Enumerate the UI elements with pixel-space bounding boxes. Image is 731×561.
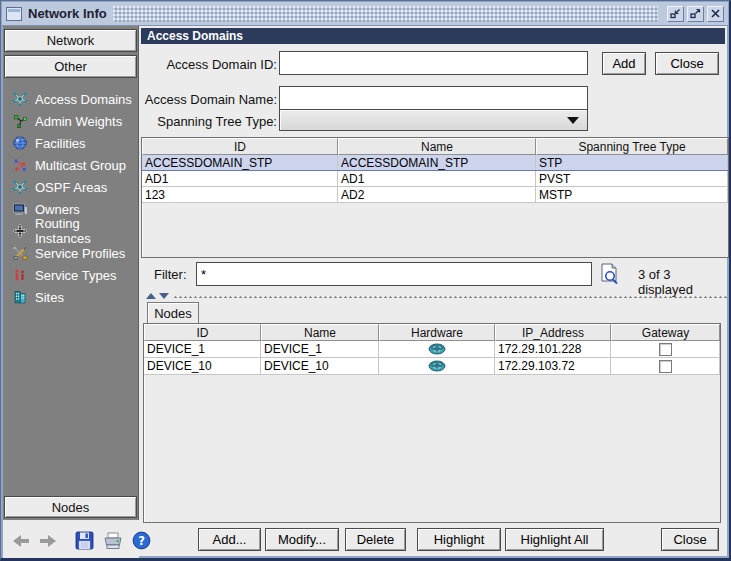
sidebar-item-label: Sites xyxy=(35,290,64,305)
monitor-icon xyxy=(12,201,28,217)
highlight-all-button[interactable]: Highlight All xyxy=(505,528,604,551)
column-header-name[interactable]: Name xyxy=(338,138,536,155)
access-domains-table: ID Name Spanning Tree Type ACCESSDOMAIN_… xyxy=(141,137,729,258)
maximize-button[interactable] xyxy=(687,6,704,22)
modify-button[interactable]: Modify... xyxy=(265,528,339,551)
sidebar-item-multicast-group[interactable]: Multicast Group xyxy=(3,154,138,176)
other-button-label: Other xyxy=(54,59,87,74)
cell-id: AD1 xyxy=(142,171,338,186)
sidebar-item-label: Service Types xyxy=(35,268,116,283)
collapse-up-icon[interactable] xyxy=(146,293,156,299)
collapse-down-icon[interactable] xyxy=(159,293,169,299)
split-pane-divider[interactable] xyxy=(140,292,727,300)
sidebar-item-sites[interactable]: Sites xyxy=(3,286,138,308)
add-button[interactable]: Add xyxy=(602,52,646,75)
titlebar-texture xyxy=(113,6,658,22)
sidebar-item-label: Owners xyxy=(35,202,80,217)
table-row[interactable]: DEVICE_1 DEVICE_1 172.29.101.228 xyxy=(144,341,720,358)
ospf-areas-icon xyxy=(12,179,28,195)
table-row[interactable]: DEVICE_10 DEVICE_10 172.29.103.72 xyxy=(144,358,720,375)
cell-id: ACCESSDOMAIN_STP xyxy=(142,155,338,170)
sidebar-item-label: OSPF Areas xyxy=(35,180,107,195)
filter-input[interactable] xyxy=(196,262,592,286)
forward-arrow-icon[interactable] xyxy=(39,531,57,551)
sidebar-item-label: Routing Instances xyxy=(35,216,138,246)
splitter-arrows[interactable] xyxy=(146,293,169,299)
access-domain-name-field[interactable] xyxy=(279,86,588,110)
column-header-id[interactable]: ID xyxy=(142,138,338,155)
column-header-id[interactable]: ID xyxy=(144,324,261,341)
button-label: Modify... xyxy=(278,532,326,547)
sidebar-network-button[interactable]: Network xyxy=(4,29,137,52)
network-button-label: Network xyxy=(47,33,95,48)
print-icon[interactable] xyxy=(103,531,123,551)
close-icon[interactable] xyxy=(707,6,724,22)
sidebar-item-facilities[interactable]: Facilities xyxy=(3,132,138,154)
button-label: Close xyxy=(673,532,706,547)
column-header-spanning-tree-type[interactable]: Spanning Tree Type xyxy=(536,138,728,155)
save-icon[interactable] xyxy=(75,531,94,551)
close-button-top[interactable]: Close xyxy=(655,52,719,75)
cell-ip: 172.29.103.72 xyxy=(495,358,611,374)
button-label: Highlight All xyxy=(521,532,589,547)
search-icon[interactable] xyxy=(597,262,621,286)
column-header-hardware[interactable]: Hardware xyxy=(379,324,495,341)
sidebar-nodes-button[interactable]: Nodes xyxy=(4,496,137,518)
sidebar-item-admin-weights[interactable]: Admin Weights xyxy=(3,110,138,132)
admin-weights-icon xyxy=(12,113,28,129)
cell-name: DEVICE_10 xyxy=(261,358,379,374)
sidebar-item-service-profiles[interactable]: Service Profiles xyxy=(3,242,138,264)
cell-gateway xyxy=(611,341,720,357)
tab-nodes[interactable]: Nodes xyxy=(147,302,199,324)
window-content: Network Other Access Domains Admin Weigh… xyxy=(3,26,727,556)
sidebar-item-label: Facilities xyxy=(35,136,86,151)
sidebar-item-service-types[interactable]: Service Types xyxy=(3,264,138,286)
gateway-checkbox[interactable] xyxy=(659,343,672,356)
window-icon xyxy=(6,7,22,21)
splitter-texture xyxy=(173,295,727,298)
cell-stt: MSTP xyxy=(536,187,728,202)
titlebar[interactable]: Network Info xyxy=(2,2,728,26)
button-label: Highlight xyxy=(434,532,485,547)
spanning-tree-type-dropdown[interactable] xyxy=(279,109,588,131)
column-header-name[interactable]: Name xyxy=(261,324,379,341)
table-row[interactable]: 123 AD2 MSTP xyxy=(142,187,728,203)
spanning-tree-type-label: Spanning Tree Type: xyxy=(144,114,277,129)
nodes-button-label: Nodes xyxy=(52,500,90,515)
sidebar-item-access-domains[interactable]: Access Domains xyxy=(3,88,138,110)
network-info-window: Network Info Network Other xyxy=(0,0,731,561)
window-title: Network Info xyxy=(28,6,107,21)
nodes-table: ID Name Hardware IP_Address Gateway DEVI… xyxy=(143,323,721,523)
minimize-button[interactable] xyxy=(667,6,684,22)
highlight-button[interactable]: Highlight xyxy=(417,528,501,551)
access-domain-id-label: Access Domain ID: xyxy=(144,57,277,72)
sidebar-item-label: Service Profiles xyxy=(35,246,125,261)
cell-name: DEVICE_1 xyxy=(261,341,379,357)
table-row[interactable]: ACCESSDOMAIN_STP ACCESSDOMAIN_STP STP xyxy=(142,155,728,171)
cell-hardware xyxy=(379,341,495,357)
cell-name: AD2 xyxy=(338,187,536,202)
add-ellipsis-button[interactable]: Add... xyxy=(198,528,261,551)
gateway-checkbox[interactable] xyxy=(659,360,672,373)
table-header-row: ID Name Spanning Tree Type xyxy=(142,138,728,155)
page-title: Access Domains xyxy=(141,28,725,44)
sidebar-item-list: Access Domains Admin Weights Facilities xyxy=(3,88,138,308)
sidebar: Network Other Access Domains Admin Weigh… xyxy=(3,26,139,520)
main-panel: Access Domains Access Domain ID: Add Clo… xyxy=(140,26,727,556)
close-button-label: Close xyxy=(670,56,703,71)
sidebar-item-routing-instances[interactable]: Routing Instances xyxy=(3,220,138,242)
sidebar-other-button[interactable]: Other xyxy=(4,55,137,78)
table-row[interactable]: AD1 AD1 PVST xyxy=(142,171,728,187)
access-domains-icon xyxy=(12,91,28,107)
column-header-gateway[interactable]: Gateway xyxy=(611,324,720,341)
cell-stt: PVST xyxy=(536,171,728,186)
close-button-bottom[interactable]: Close xyxy=(661,528,719,551)
access-domain-id-field[interactable] xyxy=(279,51,588,75)
column-header-ip-address[interactable]: IP_Address xyxy=(495,324,611,341)
cell-gateway xyxy=(611,358,720,374)
back-arrow-icon[interactable] xyxy=(12,531,30,551)
delete-button[interactable]: Delete xyxy=(345,528,406,551)
sidebar-item-label: Admin Weights xyxy=(35,114,122,129)
cell-id: DEVICE_1 xyxy=(144,341,261,357)
sidebar-item-ospf-areas[interactable]: OSPF Areas xyxy=(3,176,138,198)
